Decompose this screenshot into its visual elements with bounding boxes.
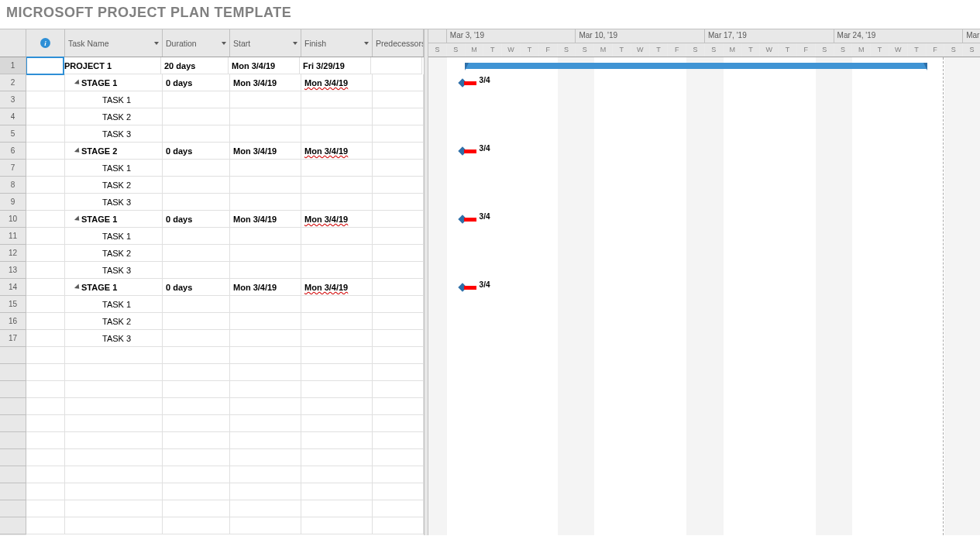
cell-start[interactable]: [230, 160, 301, 177]
cell-predecessors[interactable]: [373, 125, 424, 143]
row-number-cell[interactable]: 10: [0, 211, 26, 228]
cell-start[interactable]: [230, 125, 301, 143]
row-number-cell[interactable]: 12: [0, 245, 26, 262]
dropdown-arrow-icon[interactable]: [293, 42, 297, 45]
cell-empty[interactable]: [65, 500, 163, 517]
cell-duration[interactable]: [163, 245, 230, 262]
cell-empty[interactable]: [163, 517, 230, 534]
cell-empty[interactable]: [163, 398, 230, 415]
cell-empty[interactable]: [65, 347, 163, 364]
cell-empty[interactable]: [373, 432, 424, 449]
cell-finish[interactable]: [301, 228, 373, 245]
cell-empty[interactable]: [163, 466, 230, 483]
cell-finish[interactable]: [301, 262, 373, 279]
cell-duration[interactable]: [163, 177, 230, 194]
row-number-cell[interactable]: 14: [0, 279, 26, 296]
column-header-predecessors[interactable]: Predecessors: [373, 29, 424, 57]
cell-empty[interactable]: [301, 500, 373, 517]
row-number-cell[interactable]: 3: [0, 91, 26, 108]
cell-taskname[interactable]: TASK 1: [65, 91, 163, 108]
cell-predecessors[interactable]: [373, 74, 424, 91]
cell-finish[interactable]: [301, 108, 373, 125]
row-number-cell[interactable]: 2: [0, 74, 26, 91]
outline-toggle-icon[interactable]: [74, 215, 81, 222]
cell-start[interactable]: Mon 3/4/19: [230, 143, 301, 160]
cell-start[interactable]: Mon 3/4/19: [230, 279, 301, 296]
cell-empty[interactable]: [373, 466, 424, 483]
cell-info[interactable]: [26, 74, 65, 91]
cell-empty[interactable]: [301, 381, 373, 398]
cell-empty[interactable]: [65, 432, 163, 449]
cell-duration[interactable]: 0 days: [163, 211, 230, 228]
cell-empty[interactable]: [26, 398, 65, 415]
cell-empty[interactable]: [373, 347, 424, 364]
row-number-cell[interactable]: 6: [0, 143, 26, 160]
row-number-cell[interactable]: [0, 364, 26, 381]
cell-info[interactable]: [26, 125, 65, 143]
cell-taskname[interactable]: TASK 2: [65, 177, 163, 194]
cell-finish[interactable]: Mon 3/4/19: [301, 74, 373, 91]
cell-predecessors[interactable]: [373, 160, 424, 177]
cell-info[interactable]: [26, 57, 64, 75]
row-number-cell[interactable]: 1: [0, 57, 26, 74]
row-header-corner[interactable]: [0, 29, 26, 57]
cell-empty[interactable]: [373, 364, 424, 381]
row-number-cell[interactable]: 15: [0, 296, 26, 313]
cell-empty[interactable]: [230, 466, 301, 483]
cell-empty[interactable]: [26, 500, 65, 517]
cell-empty[interactable]: [301, 517, 373, 534]
cell-taskname[interactable]: STAGE 1: [65, 74, 163, 91]
cell-predecessors[interactable]: [373, 279, 424, 296]
cell-finish[interactable]: [301, 160, 373, 177]
column-header-start[interactable]: Start: [230, 29, 301, 57]
cell-duration[interactable]: [163, 262, 230, 279]
cell-info[interactable]: [26, 245, 65, 262]
cell-empty[interactable]: [65, 381, 163, 398]
cell-empty[interactable]: [301, 449, 373, 466]
row-number-cell[interactable]: 5: [0, 125, 26, 143]
cell-empty[interactable]: [65, 364, 163, 381]
cell-empty[interactable]: [230, 449, 301, 466]
cell-start[interactable]: Mon 3/4/19: [230, 211, 301, 228]
cell-predecessors[interactable]: [373, 245, 424, 262]
cell-empty[interactable]: [301, 466, 373, 483]
cell-empty[interactable]: [301, 483, 373, 500]
cell-start[interactable]: [230, 313, 301, 330]
cell-duration[interactable]: [163, 108, 230, 125]
cell-duration[interactable]: [163, 160, 230, 177]
cell-empty[interactable]: [163, 432, 230, 449]
cell-empty[interactable]: [230, 517, 301, 534]
cell-taskname[interactable]: TASK 3: [65, 262, 163, 279]
cell-finish[interactable]: [301, 245, 373, 262]
cell-empty[interactable]: [301, 364, 373, 381]
row-number-cell[interactable]: [0, 432, 26, 449]
cell-empty[interactable]: [163, 449, 230, 466]
outline-toggle-icon[interactable]: [74, 283, 81, 290]
cell-empty[interactable]: [65, 415, 163, 432]
cell-empty[interactable]: [373, 483, 424, 500]
cell-finish[interactable]: [301, 313, 373, 330]
cell-empty[interactable]: [230, 483, 301, 500]
row-number-cell[interactable]: 16: [0, 313, 26, 330]
cell-empty[interactable]: [163, 415, 230, 432]
cell-empty[interactable]: [373, 381, 424, 398]
cell-taskname[interactable]: TASK 1: [65, 160, 163, 177]
cell-empty[interactable]: [163, 347, 230, 364]
cell-info[interactable]: [26, 262, 65, 279]
cell-predecessors[interactable]: [373, 211, 424, 228]
cell-taskname[interactable]: TASK 3: [65, 125, 163, 143]
cell-predecessors[interactable]: [373, 296, 424, 313]
cell-empty[interactable]: [163, 500, 230, 517]
cell-empty[interactable]: [301, 432, 373, 449]
cell-predecessors[interactable]: [373, 330, 424, 347]
row-number-cell[interactable]: [0, 415, 26, 432]
cell-taskname[interactable]: PROJECT 1: [64, 57, 161, 74]
row-number-cell[interactable]: [0, 483, 26, 500]
cell-finish[interactable]: [301, 125, 373, 143]
cell-empty[interactable]: [373, 500, 424, 517]
cell-info[interactable]: [26, 160, 65, 177]
row-number-cell[interactable]: [0, 500, 26, 517]
cell-duration[interactable]: [163, 296, 230, 313]
cell-start[interactable]: [230, 296, 301, 313]
cell-taskname[interactable]: STAGE 1: [65, 279, 163, 296]
